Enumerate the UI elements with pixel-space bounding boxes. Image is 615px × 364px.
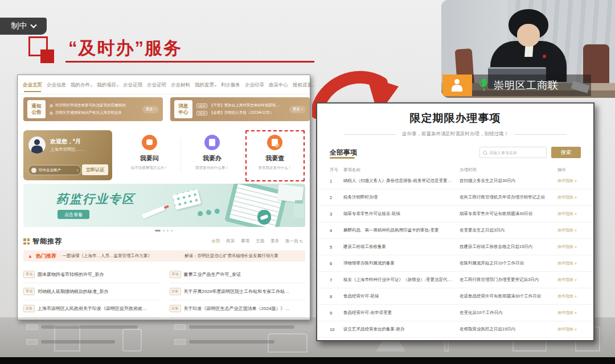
list-item[interactable]: 事项固体废物跨省市转移的许可_新办	[23, 266, 159, 283]
message-item[interactable]: NEW【干货】更改在上海经营主体的年报获取…	[196, 103, 285, 108]
table-row[interactable]: 3烟草专卖零售许可证核发-延续烟草专卖零售许可证有效期届满30日前操作指南 ∨	[317, 206, 593, 222]
participant-avatar-badge	[442, 75, 472, 96]
list-item-text: 上海市崇明区人民政府关于印发《崇明区提升政府效…	[38, 305, 147, 312]
row-time: 自扣缴义务发生之日起30日内	[460, 178, 557, 184]
carousel-dots[interactable]	[18, 230, 310, 231]
row-action-link[interactable]: 操作指南 ∨	[557, 277, 593, 283]
row-action-link[interactable]: 操作指南 ∨	[557, 260, 593, 266]
table-row[interactable]: 2税务注销即时办理在向工商行政管理机关申请办理注销登记之前操作指南 ∨	[317, 189, 593, 206]
refresh-control[interactable]: 换一批↻	[285, 238, 303, 244]
nav-tab-利企服务[interactable]: 利企服务	[221, 82, 240, 89]
table-row[interactable]: 10设立艺术品经营单位的备案-新办在领取营业执照之日起15日内操作指南 ∨	[317, 321, 593, 338]
notice-item[interactable]: 崇明区开通国家知识产权局上海崇明业务	[50, 110, 138, 115]
row-name: 设立艺术品经营单位的备案-新办	[343, 326, 460, 332]
list-item-tag: 事项	[23, 271, 35, 278]
list-item[interactable]: 政策关于印发《崇明区生态产业正面清单（2024版）》…	[170, 300, 306, 317]
search-box[interactable]	[479, 147, 547, 158]
page-title: “及时办”服务	[68, 36, 182, 60]
row-action-link[interactable]: 操作指南 ∨	[557, 244, 593, 250]
row-action-link[interactable]: 操作指南 ∨	[557, 310, 593, 316]
bullet-icon	[50, 104, 53, 107]
account-icon	[31, 168, 36, 173]
message-banner: 消息 中心 NEW【干货】更改在上海经营主体的年报获取…NEW【必看】崇明统计月…	[170, 97, 310, 121]
notice-banner: 通知 公告 对崇明区市场主体参与执法监管的实施细则崇明区开通国家知识产权局上海崇…	[23, 97, 163, 121]
recommend-tab-政策[interactable]: 政策	[226, 238, 235, 244]
nav-tab-企业证照[interactable]: 企业证照	[123, 82, 142, 89]
service-我要查[interactable]: 我要查查查我还要办什么！	[244, 130, 306, 181]
nav-tab-企业信息[interactable]: 企业信息	[47, 82, 66, 89]
notice-item-text: 崇明区开通国家知识产权局上海崇明业务	[55, 110, 122, 115]
list-item[interactable]: 事项重要工业产品生产许可_发证	[170, 266, 306, 283]
nav-tab-企业证明[interactable]: 企业证明	[147, 82, 166, 89]
recommend-tab-事项[interactable]: 事项	[241, 238, 249, 244]
notice-more-button[interactable]: 更多 ›	[142, 106, 159, 113]
account-chip[interactable]: 经办企业账户 ›	[28, 165, 81, 175]
hot-item[interactable]: 一图读懂《上海市…人员…监督管理工作方案》	[60, 253, 179, 259]
row-time: 在该食品经营许可有效期届满30个工作日前	[460, 293, 557, 299]
portal-screenshot: 企业主页企业信息我的办件▾我的项目▾企业证照企业证明企业材料我的发票▾利企服务企…	[17, 75, 310, 320]
list-item-tag: 政策	[23, 305, 35, 312]
industry-zone-button[interactable]: 点击查看	[58, 210, 89, 219]
table-row[interactable]: 1纳税人（扣缴义务人）身份信息报告-税务登记信息变更（“多证合一…自扣缴义务发生…	[317, 173, 593, 189]
medicine-jar-illustration	[294, 203, 304, 218]
hot-item[interactable]: 解读：崇明区提信心扩需求稳增长促发展行动方案	[182, 253, 301, 259]
nav-tab-企业印章[interactable]: 企业印章	[245, 82, 264, 89]
action-label: 操作指南	[557, 195, 573, 199]
row-action-link[interactable]: 操作指南 ∨	[557, 178, 593, 184]
row-time: 在变化后10个工作日内	[460, 310, 557, 316]
row-number: 4	[330, 228, 343, 233]
table-row[interactable]: 8食品经营许可-延续在该食品经营许可有效期届满30个工作日前操作指南 ∨	[317, 288, 593, 305]
recommend-tab-全部[interactable]: 全部	[211, 238, 220, 244]
nav-tab-授权设置[interactable]: 授权设置▾	[293, 82, 314, 89]
nav-tab-政策中心[interactable]: 政策中心	[269, 82, 288, 89]
panel-subtitle: 这些事，前置条件满足时需及时办理，别错过哦！	[402, 131, 509, 138]
refresh-icon: ↻	[300, 239, 303, 244]
recording-status-label: 制中	[11, 21, 27, 31]
recommend-tab-主题[interactable]: 主题	[256, 238, 264, 244]
row-action-link[interactable]: 操作指南 ∨	[557, 195, 593, 200]
search-input[interactable]	[489, 151, 543, 155]
search-button[interactable]: 搜索	[551, 147, 581, 158]
row-action-link[interactable]: 操作指南 ∨	[557, 228, 593, 233]
message-more-button[interactable]: 更多 ›	[289, 106, 306, 113]
syringe-illustration	[142, 205, 166, 218]
person-face	[517, 24, 540, 47]
quick-services: 我要问搞不清楚事项怎么办！我要办我需要办的什么事！我要查查查我还要办什么！	[118, 130, 306, 181]
table-row[interactable]: 9食品经营许可-依申请变更在变化后10个工作日内操作指南 ∨	[317, 305, 593, 321]
chevron-down-icon: ∨	[573, 328, 577, 331]
portal-nav: 企业主页企业信息我的办件▾我的项目▾企业证照企业证明企业材料我的发票▾利企服务企…	[23, 79, 307, 92]
table-row[interactable]: 6博物馆举办陈列展览的备案在陈列展览开始之日10个工作日前操作指南 ∨	[317, 255, 593, 272]
table-row[interactable]: 5建设工程竣工验收备案自建设工程竣工验收合格之日起15日内操作指南 ∨	[317, 239, 593, 255]
action-label: 操作指南	[557, 179, 573, 183]
row-number: 7	[330, 278, 343, 283]
industry-zone-banner[interactable]: 药监行业专区 点击查看	[23, 184, 305, 227]
nav-tab-我的办件[interactable]: 我的办件▾	[71, 82, 92, 89]
notice-item[interactable]: 对崇明区市场主体参与执法监管的实施细则	[50, 103, 138, 108]
row-name: 食品经营许可-延续	[343, 293, 460, 299]
nav-tab-我的发票[interactable]: 我的发票▾	[195, 82, 216, 89]
notice-banner-label: 通知 公告	[27, 100, 46, 118]
nav-tab-企业材料[interactable]: 企业材料	[171, 82, 190, 89]
row-action-link[interactable]: 操作指南 ∨	[557, 293, 593, 299]
nav-tab-企业主页[interactable]: 企业主页	[23, 82, 42, 89]
recording-status-chip[interactable]: 制中	[0, 18, 47, 35]
message-item-text: 【干货】更改在上海经营主体的年报获取…	[210, 103, 280, 108]
row-number: 6	[330, 261, 343, 266]
row-action-link[interactable]: 操作指南 ∨	[557, 326, 593, 332]
nav-tab-我的项目[interactable]: 我的项目▾	[97, 82, 118, 89]
chevron-down-icon: ∨	[573, 295, 577, 298]
chevron-down-icon: ∨	[573, 229, 577, 232]
message-item[interactable]: NEW【必看】崇明统计月报（2023年12月）	[196, 110, 285, 115]
recommend-tab-更多[interactable]: 更多	[270, 238, 279, 244]
service-我要办[interactable]: 我要办我需要办的什么事！	[181, 130, 243, 181]
service-我要问[interactable]: 我要问搞不清楚事项怎么办！	[118, 130, 181, 181]
row-name: 烟草专卖零售许可证核发-延续	[343, 211, 460, 217]
list-item[interactable]: 政策上海市崇明区人民政府关于印发《崇明区提升政府效…	[23, 300, 159, 317]
verify-button[interactable]: 立即认证	[82, 164, 108, 175]
table-row[interactable]: 7核发《上海市特种行业许可证》（旅馆业）-变更法定代表人或者经营…在工商行政管理…	[317, 272, 593, 288]
table-row[interactable]: 4麻醉药品、第一类精神药品购用印鉴卡的审批-变更在变更发生之日起3日内操作指南 …	[317, 222, 593, 239]
list-item[interactable]: 政策关于开展2024年度崇明区院士工作站和专家工作站…	[170, 283, 306, 300]
row-action-link[interactable]: 操作指南 ∨	[557, 211, 593, 217]
list-item[interactable]: 事项对纳税人延期缴纳税款的核准_新办	[23, 283, 159, 300]
chevron-down-icon: ▾	[117, 84, 118, 88]
